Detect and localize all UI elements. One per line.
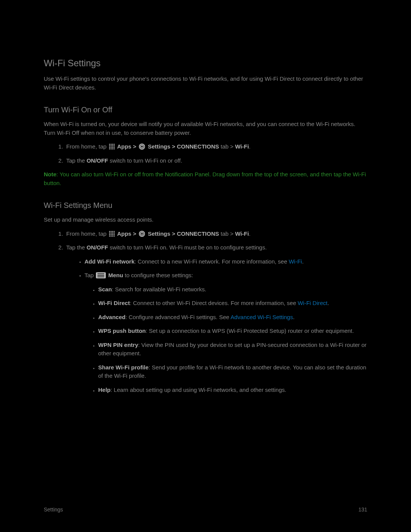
- bullet-add-network: Add Wi-Fi network: Connect to a new Wi-F…: [84, 257, 367, 266]
- note-label: Note: [44, 171, 56, 177]
- svg-point-30: [114, 234, 115, 235]
- menu-step-1: From home, tap Apps > Settings > CONNECT…: [65, 230, 367, 238]
- wfd-b: Wi-Fi Direct: [98, 300, 130, 306]
- wpn-b: WPN PIN entry: [98, 342, 138, 348]
- svg-point-6: [112, 145, 113, 147]
- page-title: Wi-Fi Settings: [44, 56, 367, 70]
- svg-rect-39: [97, 273, 104, 274]
- step2-c: switch to turn Wi-Fi on or off.: [108, 157, 182, 164]
- svg-point-28: [111, 234, 112, 235]
- add-text: : Connect to a new Wi-Fi network. For mo…: [135, 258, 289, 265]
- step1-prefix: From home, tap: [66, 143, 108, 150]
- m-step1-tab-text: tab >: [219, 230, 235, 237]
- svg-point-14: [112, 149, 113, 150]
- svg-point-33: [112, 235, 113, 236]
- footer-section-label: Settings: [44, 506, 63, 514]
- svg-point-7: [114, 145, 115, 147]
- adv-b: Advanced: [98, 314, 126, 320]
- svg-point-32: [111, 235, 112, 236]
- opt-wpn: WPN PIN entry: View the PIN used by your…: [98, 341, 367, 358]
- menu-pre: Tap: [84, 272, 95, 278]
- svg-point-37: [141, 233, 143, 234]
- bullet-menu: Tap Menu to configure these settings: Sc…: [84, 271, 367, 394]
- step2-onoff: ON/OFF: [86, 157, 108, 164]
- menu-text: to configure these settings:: [123, 272, 193, 278]
- onoff-description: When Wi-Fi is turned on, your device wil…: [44, 120, 367, 137]
- m-step2-c: switch to turn Wi-Fi on. Wi-Fi must be o…: [108, 244, 267, 251]
- wifi-link[interactable]: Wi-Fi: [289, 258, 302, 265]
- gear-icon: [139, 230, 145, 237]
- opt-wps: WPS push button: Set up a connection to …: [98, 327, 367, 335]
- svg-point-29: [112, 234, 113, 235]
- help-t: : Learn about setting up and using Wi-Fi…: [111, 387, 287, 393]
- svg-point-24: [111, 232, 112, 233]
- wps-t: : Set up a connection to a WPS (Wi-Fi Pr…: [146, 328, 354, 334]
- footer-page-number: 131: [358, 506, 367, 514]
- svg-rect-41: [97, 276, 104, 277]
- m-step1-wifi-label: Wi-Fi: [235, 230, 249, 237]
- m-step2-a: Tap the: [66, 244, 86, 251]
- wfd-end: .: [328, 300, 329, 306]
- menu-step-2: Tap the ON/OFF switch to turn Wi-Fi on. …: [65, 243, 367, 394]
- advanced-wifi-link[interactable]: Advanced Wi-Fi Settings: [231, 314, 293, 320]
- m-step1-settings-label: Settings > CONNECTIONS: [146, 230, 219, 237]
- svg-point-27: [109, 234, 110, 235]
- onoff-steps: From home, tap Apps > Settings > CONNECT…: [44, 142, 367, 165]
- adv-end: .: [293, 314, 295, 320]
- section-heading-onoff: Turn Wi-Fi On or Off: [44, 104, 367, 115]
- svg-point-31: [109, 235, 110, 236]
- wpn-t: : View the PIN used by your device to se…: [98, 342, 366, 357]
- menu-options: Scan: Search for available Wi-Fi network…: [84, 285, 367, 395]
- step-1: From home, tap Apps > Settings > CONNECT…: [65, 142, 367, 151]
- m-step1-prefix: From home, tap: [66, 230, 108, 237]
- svg-point-11: [114, 147, 115, 148]
- svg-point-2: [112, 144, 113, 145]
- step-2: Tap the ON/OFF switch to turn Wi-Fi on o…: [65, 157, 367, 165]
- wifi-direct-link[interactable]: Wi-Fi Direct: [298, 300, 327, 306]
- svg-point-18: [141, 146, 143, 147]
- gear-icon: [139, 143, 145, 150]
- note-text: : You can also turn Wi-Fi on or off from…: [44, 171, 366, 186]
- svg-point-15: [114, 149, 115, 150]
- svg-point-0: [109, 144, 110, 145]
- menu-label: Menu: [107, 272, 123, 278]
- opt-advanced: Advanced: Configure advanced Wi-Fi setti…: [98, 313, 367, 322]
- step1-settings-label: Settings > CONNECTIONS: [146, 143, 219, 150]
- svg-point-25: [112, 232, 113, 233]
- note-paragraph: Note: You can also turn Wi-Fi on or off …: [44, 170, 367, 187]
- step1-end: .: [249, 143, 250, 150]
- add-end: .: [302, 258, 304, 265]
- svg-point-3: [114, 144, 115, 145]
- step1-wifi-label: Wi-Fi: [235, 143, 249, 150]
- step1-apps-label: Apps >: [116, 143, 138, 150]
- apps-icon: [109, 231, 115, 237]
- svg-point-22: [114, 231, 115, 232]
- adv-t: : Configure advanced Wi-Fi settings. See: [126, 314, 231, 320]
- svg-point-4: [109, 145, 110, 147]
- apps-icon: [109, 144, 115, 150]
- svg-point-34: [114, 235, 115, 236]
- intro-paragraph: Use Wi-Fi settings to control your phone…: [44, 75, 367, 92]
- svg-point-9: [111, 147, 112, 148]
- svg-point-5: [111, 145, 112, 147]
- step1-tab-text: tab >: [219, 143, 235, 150]
- share-b: Share Wi-Fi profile: [98, 364, 148, 371]
- svg-point-21: [112, 231, 113, 232]
- opt-scan: Scan: Search for available Wi-Fi network…: [98, 285, 367, 294]
- menu-bullets: Add Wi-Fi network: Connect to a new Wi-F…: [66, 257, 367, 395]
- page-footer: Settings 131: [44, 506, 367, 514]
- help-b: Help: [98, 387, 111, 393]
- opt-help: Help: Learn about setting up and using W…: [98, 386, 367, 395]
- wfd-t: : Connect to other Wi-Fi Direct devices.…: [130, 300, 298, 306]
- svg-point-1: [111, 144, 112, 145]
- svg-point-13: [111, 149, 112, 150]
- svg-point-12: [109, 149, 110, 150]
- wps-b: WPS push button: [98, 328, 146, 334]
- m-step2-onoff: ON/OFF: [86, 244, 108, 251]
- scan-b: Scan: [98, 286, 112, 292]
- svg-point-19: [109, 231, 110, 232]
- svg-point-10: [112, 147, 113, 148]
- scan-t: : Search for available Wi-Fi networks.: [112, 286, 206, 292]
- section-heading-menu: Wi-Fi Settings Menu: [44, 200, 367, 211]
- opt-share: Share Wi-Fi profile: Send your profile f…: [98, 363, 367, 380]
